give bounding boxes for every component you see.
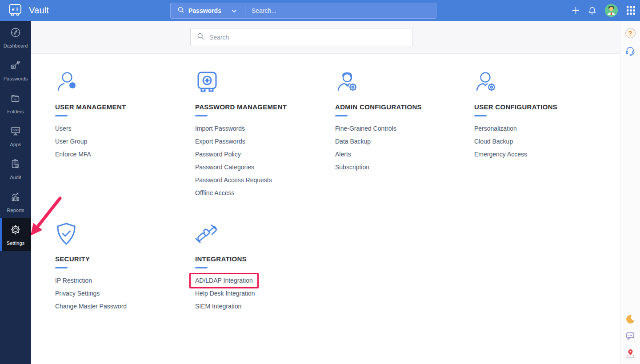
sidebar-item-audit[interactable]: Audit [0, 152, 31, 185]
sidebar-item-dashboard[interactable]: Dashboard [0, 21, 31, 54]
settings-link-users[interactable]: Users [55, 125, 72, 132]
whats-new-map-pin-icon[interactable] [625, 348, 636, 358]
settings-link-cloud-backup[interactable]: Cloud Backup [474, 138, 513, 145]
apps-grid-icon[interactable] [626, 6, 636, 15]
sidebar-label: Audit [10, 175, 21, 180]
settings-link-fine-grained-controls[interactable]: Fine-Grained Controls [335, 125, 396, 132]
settings-link-password-access-requests[interactable]: Password Access Requests [195, 176, 272, 184]
sidebar-label: Folders [7, 109, 24, 114]
folders-icon [10, 92, 21, 106]
sidebar-item-settings[interactable]: Settings [0, 218, 31, 251]
feedback-chat-icon[interactable] [625, 331, 635, 341]
settings-link-export-passwords[interactable]: Export Passwords [195, 138, 245, 145]
shield-check-icon [55, 222, 191, 245]
integration-plug-icon [195, 222, 331, 245]
settings-search-input[interactable] [209, 34, 406, 41]
sidebar-item-apps[interactable]: SSO Apps [0, 120, 31, 152]
settings-link-password-policy[interactable]: Password Policy [195, 151, 241, 158]
sidebar-label: Passwords [4, 76, 28, 81]
night-mode-moon-icon[interactable] [625, 314, 635, 324]
section-title: SECURITY [55, 255, 191, 263]
global-search-input[interactable] [245, 7, 436, 14]
sidebar-label: Settings [7, 240, 25, 246]
admin-gear-icon [335, 70, 471, 93]
help-icon[interactable]: ? [625, 28, 636, 38]
search-scope-label: Passwords [188, 7, 221, 14]
settings-link-siem-integration[interactable]: SIEM Integration [195, 303, 241, 310]
sidebar-label: Reports [7, 208, 24, 213]
settings-link-import-passwords[interactable]: Import Passwords [195, 125, 245, 132]
sidebar-label: Apps [10, 142, 21, 147]
section-user-management: USER MANAGEMENT UsersUser GroupEnforce M… [55, 70, 191, 164]
title-underline [55, 115, 68, 116]
section-admin-configurations: ADMIN CONFIGURATIONS Fine-Grained Contro… [335, 70, 471, 176]
dashboard-compass-icon [10, 27, 21, 40]
settings-search-box [190, 28, 412, 46]
title-underline [195, 115, 208, 116]
top-bar-actions [572, 0, 636, 21]
search-icon [197, 32, 204, 42]
settings-link-data-backup[interactable]: Data Backup [335, 138, 371, 145]
section-password-management: PASSWORD MANAGEMENT Import PasswordsExpo… [195, 70, 331, 202]
settings-page: USER MANAGEMENT UsersUser GroupEnforce M… [31, 21, 620, 364]
title-underline [474, 115, 487, 116]
add-icon[interactable] [572, 7, 580, 14]
section-security: SECURITY IP RestrictionPrivacy SettingsC… [55, 222, 191, 316]
settings-link-personalization[interactable]: Personalization [474, 125, 517, 132]
settings-link-emergency-access[interactable]: Emergency Access [474, 151, 527, 158]
top-bar: Vault Passwords [0, 0, 640, 21]
settings-link-ip-restriction[interactable]: IP Restriction [55, 277, 92, 284]
chevron-down-icon [232, 7, 237, 15]
sidebar-label: Dashboard [4, 43, 28, 48]
settings-gear-icon [10, 224, 21, 237]
section-title: ADMIN CONFIGURATIONS [335, 103, 471, 111]
settings-link-privacy-settings[interactable]: Privacy Settings [55, 290, 100, 297]
notifications-bell-icon[interactable] [588, 6, 596, 15]
sidebar-item-folders[interactable]: Folders [0, 87, 31, 120]
brand: Vault [0, 3, 49, 19]
left-sidebar: Dashboard Passwords Folders SSO [0, 21, 31, 364]
user-config-gear-icon [474, 70, 610, 93]
title-underline [195, 267, 208, 268]
user-avatar[interactable] [605, 4, 618, 17]
section-title: PASSWORD MANAGEMENT [195, 103, 331, 111]
apps-sso-icon: SSO [10, 125, 21, 139]
user-gear-icon [55, 70, 191, 93]
settings-link-user-group[interactable]: User Group [55, 138, 87, 145]
settings-link-alerts[interactable]: Alerts [335, 151, 351, 158]
title-underline [55, 267, 68, 268]
search-scope-selector[interactable]: Passwords [171, 6, 243, 15]
sidebar-item-passwords[interactable]: Passwords [0, 54, 31, 87]
settings-link-help-desk-integration[interactable]: Help Desk Integration [195, 290, 255, 297]
settings-link-change-master-password[interactable]: Change Master Password [55, 303, 127, 310]
svg-text:SSO: SSO [12, 128, 19, 131]
audit-clipboard-icon [10, 158, 21, 172]
passwords-key-icon [10, 60, 21, 73]
settings-link-password-categories[interactable]: Password Categories [195, 164, 254, 171]
reports-chart-icon [10, 191, 21, 204]
title-underline [335, 115, 348, 116]
right-utility-rail: ? [620, 21, 640, 364]
section-integrations: INTEGRATIONS AD/LDAP IntegrationHelp Des… [195, 222, 331, 316]
content-search-strip [31, 21, 620, 54]
safe-icon [195, 70, 331, 93]
settings-sections: USER MANAGEMENT UsersUser GroupEnforce M… [31, 54, 620, 364]
sidebar-item-reports[interactable]: Reports [0, 185, 31, 218]
settings-link-offline-access[interactable]: Offline Access [195, 189, 234, 197]
section-user-configurations: USER CONFIGURATIONS PersonalizationCloud… [474, 70, 610, 164]
section-title: USER MANAGEMENT [55, 103, 191, 111]
vault-logo-icon [8, 3, 23, 19]
section-title: USER CONFIGURATIONS [474, 103, 610, 111]
global-search-bar: Passwords [170, 3, 436, 19]
settings-link-ad-ldap-integration[interactable]: AD/LDAP Integration [189, 273, 259, 288]
support-headset-icon[interactable] [625, 46, 636, 56]
search-icon [177, 6, 184, 15]
settings-link-subscription[interactable]: Subscription [335, 164, 369, 171]
settings-link-enforce-mfa[interactable]: Enforce MFA [55, 151, 91, 158]
app-title: Vault [29, 5, 49, 16]
section-title: INTEGRATIONS [195, 255, 331, 263]
